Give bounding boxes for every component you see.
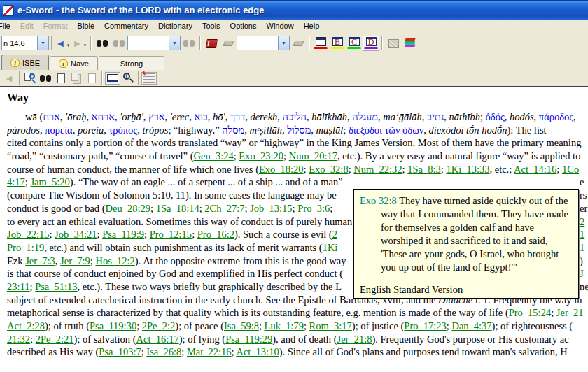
find-next-button[interactable]	[181, 36, 197, 51]
scripture-ref[interactable]: Num 22:32	[354, 164, 402, 175]
scripture-ref[interactable]: Pro 12:15	[150, 229, 192, 240]
lookup-combobox[interactable]: ▼	[237, 36, 290, 50]
scripture-ref[interactable]: Act 14:16	[514, 164, 556, 175]
text-segment: ). Since all of God's plans and purposes…	[279, 346, 568, 357]
compare-dictionaries-button[interactable]	[105, 72, 120, 85]
scripture-ref[interactable]: 2	[332, 229, 337, 240]
dict-back-button[interactable]: ◄	[1, 72, 17, 85]
search-button[interactable]	[94, 36, 111, 51]
scripture-ref[interactable]: Jer 21:8	[337, 334, 372, 345]
scripture-ref[interactable]: Gen 3:24	[194, 150, 234, 162]
tooltip-toggle-button[interactable]	[141, 72, 157, 85]
scripture-ref[interactable]: 2Ch 27:7	[204, 203, 244, 214]
scripture-ref[interactable]: Pro 1:19	[7, 242, 44, 253]
chevron-down-icon[interactable]: ▼	[169, 36, 180, 50]
back-button[interactable]: ◄▼	[55, 36, 71, 51]
scripture-ref[interactable]: Exo 23:20	[239, 150, 284, 162]
tab-strong[interactable]: Strong	[99, 56, 164, 70]
layout-button-split[interactable]	[312, 36, 329, 51]
menu-file[interactable]: File	[0, 20, 15, 31]
graphics-button-disabled[interactable]	[385, 36, 402, 51]
scripture-ref[interactable]: Psa 103:7	[99, 346, 141, 357]
scripture-ref[interactable]: Act 13:10	[236, 346, 279, 357]
scripture-ref[interactable]: Act 2:28	[7, 320, 45, 331]
scripture-ref[interactable]: Psa 119:30	[90, 320, 136, 331]
verse-combobox[interactable]: ▼	[1, 36, 49, 50]
menu-bible[interactable]: Bible	[73, 20, 99, 31]
clear-lookup-button[interactable]	[290, 36, 307, 51]
text-segment: ,	[573, 111, 576, 122]
scripture-ref[interactable]: Pro 15:24	[509, 307, 551, 318]
scripture-ref[interactable]: 1Sa 18:14	[156, 203, 200, 214]
layout-button-b[interactable]: B	[329, 36, 346, 51]
menu-dictionary[interactable]: Dictionary	[153, 20, 197, 31]
chevron-down-icon[interactable]: ▼	[278, 36, 289, 50]
lookup-input[interactable]	[237, 36, 278, 50]
lookup-button[interactable]	[203, 36, 220, 51]
verse-input[interactable]	[2, 36, 37, 50]
scripture-ref[interactable]: Deu 28:29	[106, 203, 150, 214]
scripture-ref[interactable]: Job 34:21	[55, 229, 97, 240]
scripture-ref[interactable]: Isa 26:8	[146, 346, 181, 357]
scripture-ref[interactable]: Jer 7:9	[60, 255, 90, 266]
scripture-ref[interactable]: Psa 119:9	[102, 229, 144, 240]
menu-commentary[interactable]: Commentary	[99, 20, 153, 31]
scripture-ref[interactable]: Jer 7:3	[25, 255, 55, 266]
scripture-ref[interactable]: Pro 17:23	[404, 320, 446, 331]
search-combobox[interactable]: ▼	[127, 36, 181, 50]
graphics-viewer-button[interactable]	[402, 36, 419, 51]
scripture-ref[interactable]: Dan 4:37	[451, 320, 491, 331]
copy-button[interactable]	[69, 72, 84, 85]
dict-search-button[interactable]	[38, 72, 53, 85]
menu-tools[interactable]: Tools	[197, 20, 225, 31]
text-segment: ארחא	[92, 111, 115, 122]
paste-button[interactable]	[84, 72, 99, 85]
scripture-ref[interactable]: 1Ki 13:33	[446, 164, 489, 175]
dictionary-article-pane[interactable]: Way wā (ארח, 'ōraḥ, ארחא, 'orḥā', ארץ, '…	[0, 87, 588, 372]
menu-window[interactable]: Window	[262, 20, 299, 31]
scripture-ref[interactable]: Job 13:15	[250, 203, 292, 214]
scripture-ref[interactable]: 4:17	[7, 176, 25, 187]
scripture-ref[interactable]: Job 22:15	[7, 229, 49, 240]
menu-options[interactable]: Options	[225, 20, 262, 31]
search-input[interactable]	[128, 36, 169, 50]
layout-button-d[interactable]: D	[363, 36, 379, 51]
scripture-ref[interactable]: Rom 3:17	[309, 320, 352, 331]
dictionary-lookup-button[interactable]	[22, 72, 38, 85]
scripture-ref[interactable]: Psa 51:13	[35, 281, 77, 292]
forward-button[interactable]: ►▼	[71, 36, 88, 51]
scripture-ref[interactable]: Num 20:17	[289, 150, 337, 162]
scripture-ref[interactable]: Psa 119:29	[225, 334, 272, 345]
scripture-ref[interactable]: Isa 59:8	[224, 320, 259, 331]
scripture-ref[interactable]: 23:11	[7, 281, 30, 292]
scripture-ref[interactable]: Jer 21	[556, 307, 584, 318]
scripture-ref[interactable]: Exo 18:20	[259, 164, 304, 175]
zoom-button[interactable]: +	[120, 72, 136, 85]
scripture-ref[interactable]: Pro 16:2	[197, 229, 234, 240]
scripture-ref[interactable]: 1Co	[562, 164, 579, 175]
tab-nave[interactable]: iNave	[50, 56, 98, 70]
scripture-ref[interactable]: Act 16:17	[136, 334, 178, 345]
scripture-ref[interactable]: Hos 12:2	[95, 255, 134, 266]
topic-list-button[interactable]	[53, 72, 69, 85]
scripture-ref[interactable]: 2Pe 2:2	[142, 320, 176, 331]
text-segment: ;	[30, 281, 36, 292]
scripture-ref[interactable]: Pro 3:6	[298, 203, 330, 214]
tooltip-version: English Standard Version	[360, 283, 573, 296]
scripture-ref[interactable]: 21:32	[7, 334, 30, 345]
scripture-ref[interactable]: Luk 1:79	[265, 320, 304, 331]
tab-isbe[interactable]: iISBE	[1, 55, 49, 70]
scripture-ref[interactable]: 1Sa 8:3	[407, 164, 441, 175]
search-next-button[interactable]	[111, 36, 127, 51]
titlebar[interactable]: e-Sword - the Sword of the LORD with an …	[0, 0, 588, 20]
scripture-ref[interactable]: Jam 5:20	[30, 176, 69, 187]
chevron-down-icon: ▼	[66, 43, 70, 48]
layout-button-c[interactable]: C	[346, 36, 363, 51]
scripture-ref[interactable]: Mat 22:16	[187, 346, 232, 357]
chevron-down-icon[interactable]: ▼	[37, 36, 48, 50]
scripture-ref[interactable]: 1Ki	[323, 242, 338, 253]
scripture-ref[interactable]: 2Pe 2:21	[36, 334, 74, 345]
scripture-ref[interactable]: Exo 32:8	[309, 164, 348, 175]
clear-button[interactable]	[220, 36, 237, 51]
menu-help[interactable]: Help	[299, 20, 325, 31]
